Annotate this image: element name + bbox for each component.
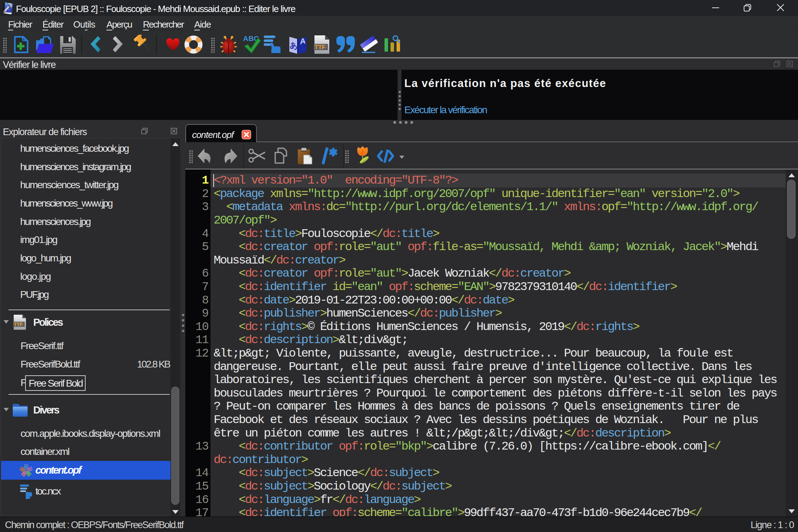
svg-text:TTF: TTF [314, 44, 325, 51]
svg-text:TTF: TTF [14, 322, 23, 327]
svg-text:A: A [300, 36, 306, 46]
svg-text:あ: あ [290, 41, 298, 51]
